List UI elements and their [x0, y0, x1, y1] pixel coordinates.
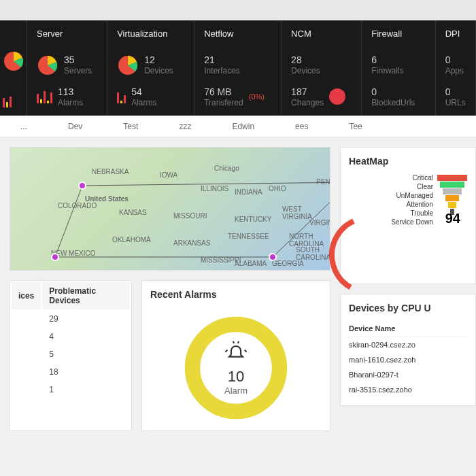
map-point[interactable]	[51, 253, 59, 261]
cell: 29	[42, 311, 130, 327]
legend-item: UnManaged	[391, 191, 433, 200]
stat-number: 0	[371, 86, 415, 98]
stat-number: 6	[371, 54, 403, 66]
svg-point-14	[322, 207, 417, 303]
cell: 4	[42, 328, 130, 345]
device-row[interactable]: rai-3515.csez.zoho	[349, 382, 467, 397]
stat-number: 187	[291, 86, 324, 98]
module-strip: Server35Servers113AlarmsVirtualization12…	[0, 20, 476, 116]
tab-dev[interactable]: Dev	[48, 122, 103, 131]
stat-number: 35	[64, 54, 92, 66]
table-row[interactable]: 4	[12, 328, 130, 345]
map-label: KENTUCKY	[235, 216, 271, 223]
alarm-gauge: 10 Alarm	[182, 313, 290, 422]
legend-item: Clear	[391, 182, 433, 191]
tab-test[interactable]: Test	[103, 122, 158, 131]
stat-label: Interfaces	[204, 66, 240, 75]
tab-edwin[interactable]: Edwin	[211, 122, 275, 131]
map-label: KANSAS	[119, 209, 147, 216]
recent-alarms-card: Recent Alarms 10 Alarm	[141, 280, 330, 431]
tab-...[interactable]: ...	[0, 122, 48, 131]
devices-cpu-card: Devices by CPU U Device Name skiran-0294…	[340, 294, 476, 406]
stat-number: 0	[445, 54, 464, 66]
map-point[interactable]	[78, 182, 86, 190]
map-label: ARKANSAS	[173, 239, 210, 247]
module-virtualization[interactable]: Virtualization12Devices54Alarms	[107, 20, 194, 116]
stat-number: 12	[144, 54, 173, 66]
map-label: GEORGIA	[272, 260, 304, 267]
stat-label: Apps	[445, 66, 464, 75]
card-title: HeatMap	[349, 156, 467, 167]
map-label: PENN	[316, 178, 330, 186]
stat-label: Alarms	[58, 98, 83, 107]
stat-label: Firewalls	[371, 66, 403, 75]
device-row[interactable]: Bharani-0297-t	[349, 367, 467, 382]
tab-ees[interactable]: ees	[275, 122, 328, 131]
col-header: Device Name	[349, 320, 467, 337]
pie-icon	[3, 50, 24, 72]
map-label: NEBRASKA	[92, 168, 129, 175]
cell: 1	[42, 381, 130, 398]
map-label: OKLAHOMA	[112, 236, 151, 243]
table-row[interactable]: 5	[12, 346, 130, 362]
legend-item: Critical	[391, 173, 433, 182]
table-row[interactable]: 18	[12, 364, 130, 380]
bell-icon	[224, 341, 248, 368]
stat-label: Alarms	[131, 98, 156, 107]
module-ncm[interactable]: NCM28Devices187Changes	[282, 20, 362, 116]
heatmap-card: HeatMap CriticalClearUnManagedAttentionT…	[340, 147, 476, 284]
map-label: ILLINOIS	[201, 185, 228, 192]
stat-label: Servers	[64, 66, 92, 75]
stat-number: 76 MB	[204, 86, 243, 98]
pie-icon	[117, 54, 139, 76]
map-label: Chicago	[214, 165, 239, 172]
svg-rect-11	[445, 195, 459, 201]
stat-number: 54	[131, 86, 156, 98]
map-point[interactable]	[269, 253, 277, 261]
percent: (0%)	[249, 92, 265, 101]
svg-rect-10	[443, 188, 462, 194]
table-row[interactable]: 29	[12, 311, 130, 327]
heatmap-value: 94	[445, 211, 460, 226]
sparkline-icon	[3, 94, 24, 107]
map-label: OHIO	[269, 185, 286, 192]
stat-number: 0	[445, 86, 466, 98]
map-label: MISSOURI	[173, 212, 207, 220]
stat-number: 21	[204, 54, 240, 66]
module-server[interactable]: Server35Servers113Alarms	[27, 20, 107, 116]
map-label: COLORADO	[58, 202, 97, 209]
module-title: Netflow	[204, 29, 271, 39]
sparkline-icon	[117, 90, 126, 103]
svg-rect-12	[448, 202, 456, 208]
module-title: Firewall	[371, 29, 425, 39]
tab-zzz[interactable]: zzz	[158, 122, 211, 131]
table-row[interactable]: 1	[12, 381, 130, 398]
map-label: ALABAMA	[235, 260, 267, 267]
svg-rect-8	[437, 175, 467, 181]
module-title: Virtualization	[117, 29, 184, 39]
module-netflow[interactable]: Netflow21Interfaces76 MBTransfered(0%)	[194, 20, 282, 116]
stat-label: Devices	[144, 66, 173, 75]
cell: 5	[42, 346, 130, 362]
svg-line-3	[55, 186, 82, 257]
stat-label: Transfered	[204, 98, 243, 107]
module-dpi[interactable]: DPI0Apps0URLs	[436, 20, 476, 116]
map-label: INDIANA	[235, 188, 262, 196]
tab-bar: ...DevTestzzzEdwineesTee	[0, 116, 476, 137]
problematic-devices-card: icesProblematic Devices 2945181	[10, 280, 132, 431]
stat-number: 113	[58, 86, 83, 98]
pie-icon	[37, 54, 58, 76]
col-header: ices	[12, 282, 41, 309]
device-row[interactable]: mani-1610.csez.zoh	[349, 352, 467, 367]
map-label: TENNESSEE	[228, 233, 269, 240]
card-title: Devices by CPU U	[349, 303, 467, 313]
module-title: NCM	[291, 29, 352, 39]
map-card: NEBRASKAIOWAChicagoILLINOISINDIANAOHIOPE…	[10, 147, 330, 271]
col-header: Problematic Devices	[42, 282, 130, 309]
tab-tee[interactable]: Tee	[328, 122, 382, 131]
stat-label: Changes	[291, 98, 324, 107]
module-firewall[interactable]: Firewall6Firewalls0BlockedUrls	[362, 20, 435, 116]
device-row[interactable]: skiran-0294.csez.zo	[349, 337, 467, 352]
cell: 18	[42, 364, 130, 380]
map[interactable]: NEBRASKAIOWAChicagoILLINOISINDIANAOHIOPE…	[10, 148, 330, 270]
